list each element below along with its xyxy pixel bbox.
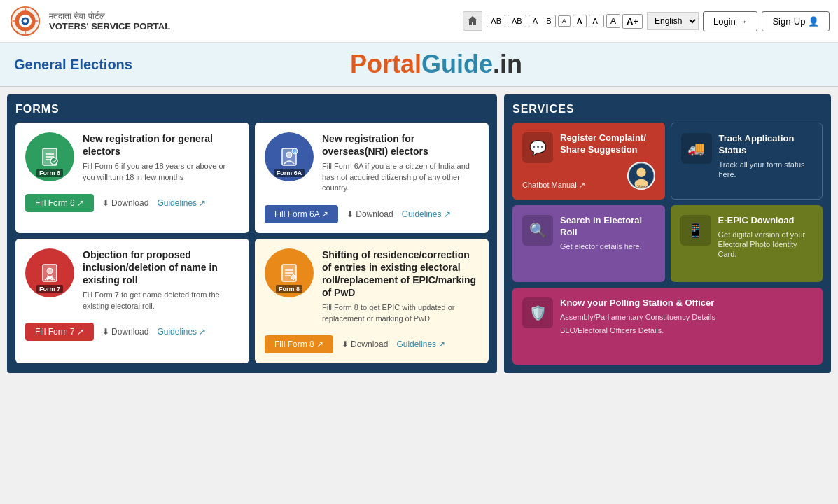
svg-text:+: + bbox=[294, 150, 297, 154]
guidelines-form6-button[interactable]: Guidelines ↗ bbox=[157, 198, 206, 208]
guidelines-form6a-button[interactable]: Guidelines ↗ bbox=[402, 209, 451, 219]
form6a-info: New registration for overseas(NRI) elect… bbox=[322, 132, 479, 194]
register-complaint-card[interactable]: 💬 Register Complaint/ Share Suggestion C… bbox=[512, 122, 665, 200]
polling-title: Know your Polling Station & Officer bbox=[560, 298, 813, 309]
form6-title: New registration for general electors bbox=[83, 132, 239, 158]
portal-text: Portal bbox=[350, 50, 421, 78]
form6a-icon: + Form 6A bbox=[265, 132, 314, 181]
chatbot-badge: Voter bbox=[627, 162, 655, 190]
download-form6a-button[interactable]: ⬇ Download bbox=[347, 209, 393, 219]
track-text: Track Application Status Track all your … bbox=[719, 133, 813, 179]
acc-ab-btn[interactable]: AB bbox=[487, 15, 505, 27]
search-electoral-desc: Get elector details here. bbox=[560, 241, 655, 251]
fill-form6a-button[interactable]: Fill Form 6A ↗ bbox=[265, 205, 338, 223]
portal-guide-logo: PortalGuide.in bbox=[350, 50, 522, 79]
eci-logo bbox=[8, 4, 42, 38]
services-grid: 💬 Register Complaint/ Share Suggestion C… bbox=[512, 122, 823, 365]
language-selector[interactable]: English हिंदी bbox=[647, 12, 699, 30]
download-form7-button[interactable]: ⬇ Download bbox=[102, 327, 148, 337]
download-form6-button[interactable]: ⬇ Download bbox=[102, 198, 148, 208]
svg-point-4 bbox=[23, 19, 27, 23]
form7-title: Objection for proposed inclusion/deletio… bbox=[83, 248, 239, 287]
form8-card-top: Form 8 Shifting of residence/correction … bbox=[265, 248, 479, 325]
form8-info: Shifting of residence/correction of entr… bbox=[322, 248, 479, 325]
acc-a-normal-btn[interactable]: A bbox=[606, 14, 620, 28]
guide-text: Guide bbox=[421, 50, 493, 78]
acc-a-small-btn[interactable]: A bbox=[558, 15, 571, 27]
form6-info: New registration for general electors Fi… bbox=[83, 132, 239, 183]
form6-desc: Fill Form 6 if you are 18 years or above… bbox=[83, 161, 239, 183]
dot-in-text: .in bbox=[493, 50, 522, 78]
acc-a-medium-btn[interactable]: A bbox=[573, 15, 587, 27]
login-button[interactable]: Login → bbox=[703, 11, 757, 31]
guidelines-form8-button[interactable]: Guidelines ↗ bbox=[396, 340, 445, 349]
logo-hindi: मतदाता सेवा पोर्टल bbox=[49, 11, 170, 21]
acc-ab-line-btn[interactable]: A__B bbox=[529, 15, 556, 27]
form6a-label: Form 6A bbox=[274, 169, 305, 177]
header-left: मतदाता सेवा पोर्टल VOTERS' SERVICE PORTA… bbox=[8, 4, 170, 38]
complaint-text: Register Complaint/ Share Suggestion bbox=[560, 132, 655, 159]
search-electoral-card[interactable]: 🔍 Search in Electoral Roll Get elector d… bbox=[512, 205, 665, 282]
svg-point-13 bbox=[50, 158, 57, 164]
fill-form6-button[interactable]: Fill Form 6 ↗ bbox=[25, 194, 94, 212]
e-epic-title: E-EPIC Download bbox=[718, 215, 813, 227]
download-form8-button[interactable]: ⬇ Download bbox=[342, 340, 388, 349]
banner: General Elections PortalGuide.in bbox=[0, 43, 838, 88]
form6-card-top: Form 6 New registration for general elec… bbox=[25, 132, 239, 183]
e-epic-desc: Get digital version of your Electoral Ph… bbox=[718, 230, 813, 260]
acc-a-colon-btn[interactable]: A: bbox=[589, 15, 604, 27]
signup-button[interactable]: Sign-Up 👤 bbox=[762, 11, 830, 31]
form8-title: Shifting of residence/correction of entr… bbox=[322, 248, 479, 300]
form7-icon: Form 7 bbox=[25, 248, 74, 298]
svg-point-21 bbox=[47, 268, 53, 274]
form7-card: Form 7 Objection for proposed inclusion/… bbox=[15, 239, 249, 364]
form6a-title: New registration for overseas(NRI) elect… bbox=[322, 132, 479, 158]
search-electoral-content: 🔍 Search in Electoral Roll Get elector d… bbox=[522, 215, 655, 251]
home-button[interactable] bbox=[463, 11, 482, 31]
accessibility-toolbar: AB AB A__B A A A: A A+ bbox=[487, 14, 643, 29]
form6-card: Form 6 New registration for general elec… bbox=[15, 122, 249, 233]
form8-actions: Fill Form 8 ↗ ⬇ Download Guidelines ↗ bbox=[265, 335, 479, 354]
search-electoral-text: Search in Electoral Roll Get elector det… bbox=[560, 215, 655, 251]
form7-label: Form 7 bbox=[36, 285, 63, 293]
search-electoral-title: Search in Electoral Roll bbox=[560, 215, 655, 239]
track-desc: Track all your form status here. bbox=[719, 160, 813, 180]
services-section: SERVICES 💬 Register Complaint/ Share Sug… bbox=[504, 94, 831, 373]
e-epic-content: 📱 E-EPIC Download Get digital version of… bbox=[680, 215, 813, 260]
forms-grid: Form 6 New registration for general elec… bbox=[15, 122, 489, 363]
fill-form7-button[interactable]: Fill Form 7 ↗ bbox=[25, 323, 94, 341]
track-application-card[interactable]: 🚚 Track Application Status Track all you… bbox=[671, 122, 823, 200]
chatbot-link[interactable]: Chatbot Manual ↗ bbox=[522, 181, 585, 190]
form7-card-top: Form 7 Objection for proposed inclusion/… bbox=[25, 248, 239, 312]
download-icon: ⬇ bbox=[102, 198, 109, 208]
e-epic-card[interactable]: 📱 E-EPIC Download Get digital version of… bbox=[671, 205, 823, 282]
e-epic-icon: 📱 bbox=[680, 215, 711, 246]
polling-desc: Assembly/Parliamentary Constituency Deta… bbox=[560, 312, 813, 322]
header: मतदाता सेवा पोर्टल VOTERS' SERVICE PORTA… bbox=[0, 0, 838, 43]
search-electoral-icon: 🔍 bbox=[522, 215, 553, 246]
banner-title: General Elections bbox=[14, 57, 132, 73]
main-content: FORMS bbox=[0, 88, 838, 380]
register-complaint-content: 💬 Register Complaint/ Share Suggestion bbox=[522, 132, 655, 163]
complaint-title: Register Complaint/ Share Suggestion bbox=[560, 132, 655, 156]
svg-point-29 bbox=[636, 168, 645, 177]
logo-text: मतदाता सेवा पोर्टल VOTERS' SERVICE PORTA… bbox=[49, 11, 170, 31]
form6-icon: Form 6 bbox=[25, 132, 74, 181]
form7-desc: Fill Form 7 to get name deleted from the… bbox=[83, 290, 239, 312]
fill-form8-button[interactable]: Fill Form 8 ↗ bbox=[265, 335, 333, 354]
polling-extra: BLO/Electoral Officers Details. bbox=[560, 326, 813, 335]
header-right: AB AB A__B A A A: A A+ English हिंदी Log… bbox=[463, 11, 830, 31]
form8-desc: Fill Form 8 to get EPIC with updated or … bbox=[322, 302, 479, 324]
acc-a-plus-btn[interactable]: A+ bbox=[622, 14, 643, 29]
form6a-card: + Form 6A New registration for overseas(… bbox=[255, 122, 489, 233]
form7-actions: Fill Form 7 ↗ ⬇ Download Guidelines ↗ bbox=[25, 323, 239, 341]
polling-station-content: 🛡️ Know your Polling Station & Officer A… bbox=[522, 298, 813, 335]
form6a-actions: Fill Form 6A ↗ ⬇ Download Guidelines ↗ bbox=[265, 205, 479, 223]
form6-label: Form 6 bbox=[36, 169, 63, 177]
polling-text: Know your Polling Station & Officer Asse… bbox=[560, 298, 813, 335]
guidelines-form7-button[interactable]: Guidelines ↗ bbox=[157, 327, 206, 337]
download-icon: ⬇ bbox=[102, 327, 109, 337]
acc-ab-underline-btn[interactable]: AB bbox=[508, 15, 526, 27]
polling-icon: 🛡️ bbox=[522, 298, 553, 328]
polling-station-card[interactable]: 🛡️ Know your Polling Station & Officer A… bbox=[512, 288, 823, 365]
